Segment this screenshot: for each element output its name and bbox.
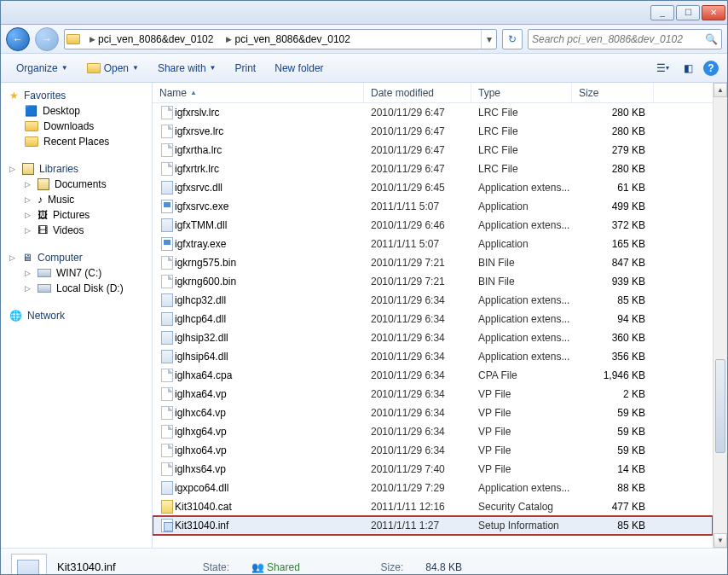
scroll-thumb[interactable] <box>715 359 725 453</box>
dll-icon <box>159 218 175 232</box>
file-name: iglhxs64.vp <box>175 463 371 475</box>
videos-icon: 🎞 <box>38 224 48 236</box>
new-folder-button[interactable]: New folder <box>268 59 330 78</box>
file-type: Application extens... <box>478 482 579 494</box>
scroll-up-button[interactable]: ▲ <box>714 83 727 97</box>
table-row[interactable]: igfxsrvc.dll2010/11/29 6:45Application e… <box>153 178 713 197</box>
network-header[interactable]: 🌐Network <box>1 308 152 323</box>
file-date: 2010/11/29 6:34 <box>371 351 478 363</box>
chevron-right-icon: ▶ <box>87 35 98 44</box>
search-box[interactable]: 🔍 <box>528 29 722 49</box>
table-row[interactable]: Kit31040.cat2011/1/11 12:16Security Cata… <box>153 497 713 516</box>
table-row[interactable]: iglhxc64.vp2010/11/29 6:34VP File59 KB <box>153 404 713 422</box>
computer-header[interactable]: ▷🖥Computer <box>1 250 152 265</box>
sidebar-item-drive-d[interactable]: ▷Local Disk (D:) <box>1 281 152 296</box>
table-row[interactable]: iglhcp64.dll2010/11/29 6:34Application e… <box>153 310 713 328</box>
table-row[interactable]: iglhcp32.dll2010/11/29 6:34Application e… <box>153 291 713 310</box>
sidebar-item-pictures[interactable]: ▷🖼Pictures <box>1 207 152 223</box>
nav-forward-button[interactable]: → <box>35 27 59 51</box>
file-size: 499 KB <box>579 200 656 212</box>
sidebar-item-documents[interactable]: ▷Documents <box>1 177 152 192</box>
table-row[interactable]: iglhxo64.vp2010/11/29 6:34VP File59 KB <box>153 441 713 460</box>
file-name: igfxTMM.dll <box>175 219 371 231</box>
refresh-button[interactable]: ↻ <box>502 29 523 49</box>
scroll-track[interactable] <box>714 97 727 533</box>
sidebar-item-recent[interactable]: Recent Places <box>1 134 152 149</box>
maximize-button[interactable]: ☐ <box>676 5 700 20</box>
column-name[interactable]: Name▲ <box>153 83 364 102</box>
sidebar-item-drive-c[interactable]: ▷WIN7 (C:) <box>1 265 152 281</box>
libraries-header[interactable]: ▷Libraries <box>1 161 152 177</box>
table-row[interactable]: igxpco64.dll2010/11/29 7:29Application e… <box>153 479 713 497</box>
file-name: iglhsip64.dll <box>175 351 371 363</box>
file-name: iglhxg64.vp <box>175 426 371 438</box>
table-row[interactable]: iglhsip32.dll2010/11/29 6:34Application … <box>153 328 713 347</box>
file-size: 94 KB <box>579 313 656 325</box>
close-button[interactable]: ✕ <box>702 5 725 20</box>
file-date: 2010/11/29 7:21 <box>371 276 478 288</box>
table-row[interactable]: iglhxg64.vp2010/11/29 6:34VP File59 KB <box>153 422 713 441</box>
file-size: 360 KB <box>579 332 656 344</box>
file-type: VP File <box>478 388 579 400</box>
sidebar-item-downloads[interactable]: Downloads <box>1 119 152 134</box>
chevron-right-icon: ▶ <box>223 35 234 44</box>
file-date: 2010/11/29 6:34 <box>371 388 478 400</box>
search-icon: 🔍 <box>705 33 718 45</box>
table-row[interactable]: igkrng575.bin2010/11/29 7:21BIN File847 … <box>153 253 713 272</box>
address-dropdown[interactable]: ▾ <box>481 30 496 49</box>
file-size: 59 KB <box>579 426 656 438</box>
table-row[interactable]: igfxTMM.dll2010/11/29 6:46Application ex… <box>153 216 713 235</box>
title-bar: _ ☐ ✕ <box>1 1 727 25</box>
address-bar[interactable]: ▶pci_ven_8086&dev_0102 ▶pci_ven_8086&dev… <box>64 29 497 49</box>
sidebar-item-videos[interactable]: ▷🎞Videos <box>1 223 152 238</box>
file-size: 280 KB <box>579 125 656 137</box>
file-type: LRC File <box>478 144 579 156</box>
file-date: 2010/11/29 6:47 <box>371 144 478 156</box>
view-options-button[interactable]: ☰▾ <box>652 59 673 78</box>
table-row[interactable]: iglhxs64.vp2010/11/29 7:40VP File14 KB <box>153 460 713 479</box>
nav-back-button[interactable]: ← <box>6 27 30 51</box>
column-type[interactable]: Type <box>471 83 572 102</box>
file-icon <box>159 444 175 457</box>
table-row[interactable]: igfxrtha.lrc2010/11/29 6:47LRC File279 K… <box>153 141 713 160</box>
file-icon <box>159 425 175 439</box>
table-row[interactable]: iglhsip64.dll2010/11/29 6:34Application … <box>153 347 713 366</box>
help-button[interactable]: ? <box>703 61 719 76</box>
table-row[interactable]: igfxrsve.lrc2010/11/29 6:47LRC File280 K… <box>153 122 713 141</box>
file-type: Application <box>478 238 579 250</box>
file-type: LRC File <box>478 163 579 175</box>
scrollbar[interactable]: ▲ ▼ <box>713 83 727 548</box>
file-name: iglhxa64.cpa <box>175 369 371 381</box>
preview-pane-button[interactable]: ◧ <box>678 59 698 78</box>
file-size: 939 KB <box>579 276 656 288</box>
organize-button[interactable]: Organize▼ <box>9 59 75 78</box>
table-row[interactable]: iglhxa64.cpa2010/11/29 6:34CPA File1,946… <box>153 366 713 385</box>
computer-icon: 🖥 <box>22 252 32 264</box>
table-row[interactable]: igkrng600.bin2010/11/29 7:21BIN File939 … <box>153 272 713 291</box>
file-icon <box>159 125 175 138</box>
file-name: iglhxa64.vp <box>175 388 371 400</box>
search-input[interactable] <box>532 33 705 45</box>
favorites-header[interactable]: ★Favorites <box>1 88 152 103</box>
file-icon <box>159 275 175 288</box>
dll-icon <box>159 331 175 345</box>
open-button[interactable]: Open▼ <box>80 59 146 78</box>
table-row[interactable]: igfxsrvc.exe2011/1/11 5:07Application499… <box>153 197 713 216</box>
table-row[interactable]: igfxrslv.lrc2010/11/29 6:47LRC File280 K… <box>153 103 713 122</box>
column-size[interactable]: Size <box>572 83 654 102</box>
table-row[interactable]: igfxtray.exe2011/1/11 5:07Application165… <box>153 235 713 253</box>
table-row[interactable]: Kit31040.inf2011/1/11 1:27Setup Informat… <box>153 516 713 535</box>
table-row[interactable]: igfxrtrk.lrc2010/11/29 6:47LRC File280 K… <box>153 160 713 178</box>
file-date: 2010/11/29 7:40 <box>371 463 478 475</box>
column-date[interactable]: Date modified <box>364 83 471 102</box>
file-icon <box>159 462 175 476</box>
share-button[interactable]: Share with▼ <box>151 59 223 78</box>
sidebar-item-desktop[interactable]: 🟦Desktop <box>1 103 152 119</box>
print-button[interactable]: Print <box>228 59 263 78</box>
table-row[interactable]: iglhxa64.vp2010/11/29 6:34VP File2 KB <box>153 385 713 404</box>
scroll-down-button[interactable]: ▼ <box>714 533 727 548</box>
file-size: 85 KB <box>579 520 656 531</box>
address-row: ← → ▶pci_ven_8086&dev_0102 ▶pci_ven_8086… <box>1 25 727 54</box>
sidebar-item-music[interactable]: ▷♪Music <box>1 192 152 207</box>
minimize-button[interactable]: _ <box>650 5 674 20</box>
